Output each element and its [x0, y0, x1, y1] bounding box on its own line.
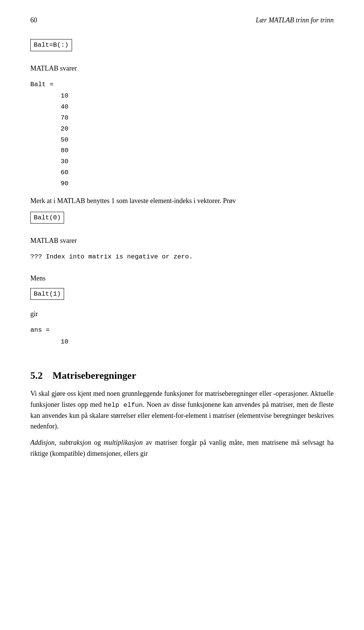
balt-val-80: 80	[61, 145, 334, 156]
ans-var-label: ans =	[30, 326, 50, 334]
balt-val-60: 60	[61, 167, 334, 178]
mens-label: Mens	[30, 273, 334, 284]
balt-val-50: 50	[61, 135, 334, 146]
page-header: 60 Lær MATLAB trinn for trinn	[30, 15, 334, 25]
code-balt-assign-text: Balt=B(:)	[30, 39, 72, 51]
paragraph-2-italic-multiplikasjon: multiplikasjon	[104, 439, 143, 446]
ans-output-value: 10	[61, 337, 334, 348]
merk-text-content: Merk at i MATLAB benyttes 1 som laveste …	[30, 197, 236, 205]
balt-val-30: 30	[61, 156, 334, 167]
code-block-balt-one: Balt(1)	[30, 288, 334, 302]
paragraph-1-text: Vi skal gjøre oss kjent med noen grunnle…	[30, 390, 334, 430]
paragraph-2-comma1: ,	[55, 439, 59, 446]
paragraph-2: Addisjon, subtraksjon og multiplikasjon …	[30, 437, 334, 459]
balt-output-values: 10 40 70 20 50 80 30 60 90	[61, 91, 334, 189]
code-block-balt-assign: Balt=B(:)	[30, 39, 334, 54]
code-balt-one-text: Balt(1)	[30, 288, 64, 300]
ans-value-text: 10	[61, 338, 68, 345]
section-heading: 5.2 Matriseberegninger	[30, 368, 334, 383]
help-elfun-inline: help elfun	[104, 402, 143, 409]
balt-val-40: 40	[61, 102, 334, 113]
balt-var-label: Balt =	[30, 81, 53, 88]
matlab-svarer-label-1: MATLAB svarer	[30, 63, 334, 74]
gir-label: gir	[30, 309, 334, 319]
matlab-svarer-label-2: MATLAB svarer	[30, 236, 334, 246]
paragraph-2-italic-addisjon: Addisjon	[30, 439, 55, 446]
balt-val-90: 90	[61, 178, 334, 189]
balt-output-var: Balt =	[30, 80, 334, 90]
page-title: Lær MATLAB trinn for trinn	[256, 15, 334, 25]
code-block-balt-zero: Balt(0)	[30, 212, 334, 226]
ans-output-var: ans =	[30, 325, 334, 335]
paragraph-1: Vi skal gjøre oss kjent med noen grunnle…	[30, 388, 334, 432]
balt-val-20: 20	[61, 124, 334, 135]
section-number: 5.2	[30, 370, 43, 381]
error-output: ??? Index into matrix is negative or zer…	[30, 252, 334, 262]
paragraph-2-og: og	[91, 439, 104, 446]
code-balt-zero-text: Balt(0)	[30, 212, 64, 224]
paragraph-2-italic-subtraksjon: subtraksjon	[59, 439, 91, 446]
error-output-text: ??? Index into matrix is negative or zer…	[30, 253, 193, 260]
balt-val-10: 10	[61, 91, 334, 102]
page-number: 60	[30, 15, 37, 25]
section-title: Matriseberegninger	[53, 370, 136, 381]
merk-text: Merk at i MATLAB benyttes 1 som laveste …	[30, 195, 334, 206]
balt-val-70: 70	[61, 113, 334, 124]
